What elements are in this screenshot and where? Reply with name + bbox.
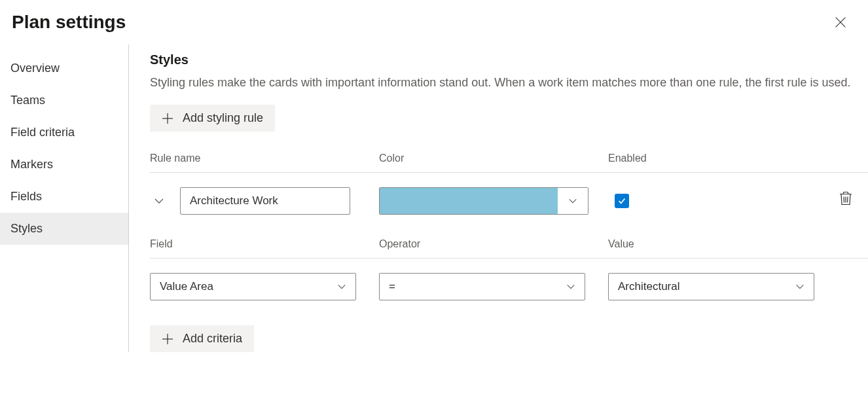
sidebar-item-teams[interactable]: Teams [0, 84, 128, 117]
field-value: Value Area [160, 280, 213, 293]
chevron-down-icon [568, 196, 577, 206]
page-title: Plan settings [12, 12, 126, 33]
column-operator: Operator [379, 238, 608, 250]
operator-value: = [389, 280, 395, 293]
column-rule-name: Rule name [150, 153, 379, 164]
criteria-table-header: Field Operator Value [150, 238, 868, 258]
checkmark-icon [617, 196, 626, 206]
svg-line-4 [844, 197, 844, 203]
color-swatch [380, 188, 558, 214]
add-criteria-button[interactable]: Add criteria [150, 325, 254, 352]
rule-row [150, 172, 868, 226]
sidebar-item-overview[interactable]: Overview [0, 52, 128, 84]
svg-line-6 [848, 197, 848, 203]
sidebar-item-field-criteria[interactable]: Field criteria [0, 117, 128, 149]
add-rule-label: Add styling rule [183, 111, 263, 125]
column-enabled: Enabled [608, 153, 837, 164]
chevron-down-icon [795, 282, 805, 291]
section-description: Styling rules make the cards with import… [150, 74, 854, 92]
delete-rule-button[interactable] [837, 189, 855, 211]
field-dropdown[interactable]: Value Area [150, 273, 356, 300]
column-field: Field [150, 238, 379, 250]
add-styling-rule-button[interactable]: Add styling rule [150, 105, 275, 132]
rule-name-input[interactable] [180, 187, 350, 215]
operator-dropdown[interactable]: = [379, 273, 585, 300]
close-button[interactable] [831, 13, 850, 31]
content: Styles Styling rules make the cards with… [129, 45, 868, 352]
chevron-down-icon [154, 196, 164, 206]
chevron-down-icon [337, 282, 346, 291]
section-title: Styles [150, 52, 868, 67]
criteria-row: Value Area = Architectural [150, 258, 868, 312]
sidebar-item-markers[interactable]: Markers [0, 149, 128, 181]
plus-icon [162, 333, 173, 345]
body: Overview Teams Field criteria Markers Fi… [0, 45, 868, 352]
chevron-down-icon [566, 282, 575, 291]
column-color: Color [379, 153, 608, 164]
color-picker[interactable] [379, 187, 588, 215]
sidebar: Overview Teams Field criteria Markers Fi… [0, 45, 129, 352]
rules-table-header: Rule name Color Enabled [150, 153, 868, 172]
header: Plan settings [0, 0, 868, 45]
add-criteria-label: Add criteria [183, 332, 242, 346]
plus-icon [162, 113, 173, 124]
color-dropdown-arrow [558, 188, 588, 214]
trash-icon [839, 192, 852, 206]
sidebar-item-styles[interactable]: Styles [0, 213, 128, 245]
enabled-checkbox[interactable] [615, 194, 629, 208]
close-icon [833, 15, 848, 29]
sidebar-item-fields[interactable]: Fields [0, 181, 128, 213]
expand-rule-toggle[interactable] [150, 196, 180, 206]
value-dropdown[interactable]: Architectural [608, 273, 814, 300]
value-value: Architectural [618, 280, 679, 293]
column-value: Value [608, 238, 837, 250]
